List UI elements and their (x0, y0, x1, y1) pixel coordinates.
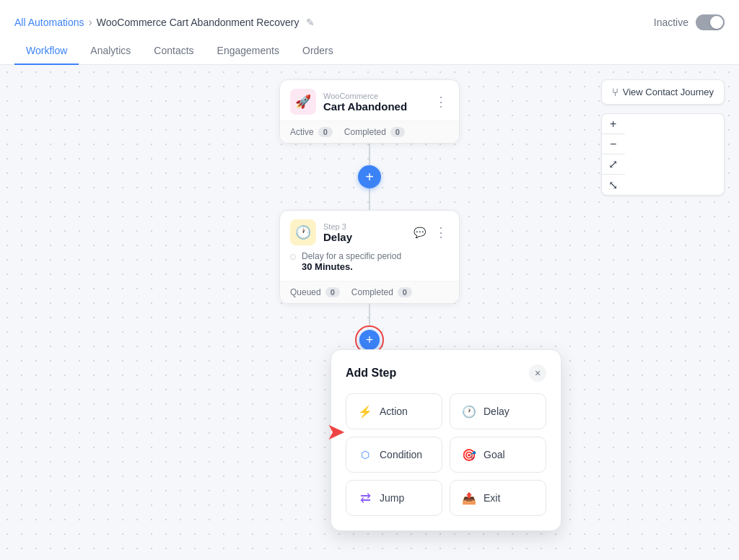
delay-footer: Queued 0 Completed 0 (280, 281, 459, 303)
tab-contacts[interactable]: Contacts (142, 38, 205, 65)
modal-header: Add Step × (346, 364, 546, 382)
connector-1 (369, 144, 370, 165)
connector-2 (369, 188, 370, 210)
delay-step-label: Step 3 (323, 222, 406, 231)
tab-engagements[interactable]: Engagements (206, 38, 291, 65)
condition-icon: ⬡ (357, 446, 374, 463)
view-contact-journey-button[interactable]: ⑂ View Contact Journey (601, 79, 725, 105)
zoom-controls: + − ⤢ ⤡ (601, 113, 725, 196)
delay-option-icon: 🕐 (460, 403, 478, 420)
add-step-button-1[interactable]: + (358, 165, 381, 188)
delay-completed-item: Completed 0 (351, 287, 412, 297)
fit-view-button[interactable]: ⤢ (602, 154, 625, 175)
delay-title-area: Step 3 Delay (323, 222, 406, 243)
modal-grid: ⚡ Action 🕐 Delay ⬡ Condition 🎯 Goal (346, 393, 546, 516)
status-label: Inactive (654, 17, 688, 28)
delay-completed-label: Completed (351, 287, 393, 297)
status-toggle[interactable] (696, 14, 725, 30)
delay-completed-badge: 0 (398, 287, 412, 297)
step-option-jump[interactable]: ⇄ Jump (346, 480, 442, 516)
condition-label: Condition (380, 449, 422, 460)
zoom-out-button[interactable]: − (602, 134, 625, 154)
trigger-node-header: 🚀 WooCommerce Cart Abandoned ⋮ (280, 80, 459, 121)
tab-analytics[interactable]: Analytics (79, 38, 142, 65)
trigger-title: Cart Abandoned (323, 100, 426, 113)
all-automations-link[interactable]: All Automations (14, 17, 84, 28)
topbar: All Automations › WooCommerce Cart Aband… (0, 0, 739, 65)
trigger-active-badge: 0 (318, 127, 333, 137)
delay-detail-value: 30 Minutes. (302, 261, 401, 272)
add-step-inner-button[interactable]: + (359, 330, 380, 350)
connector-3 (369, 304, 370, 325)
app-container: All Automations › WooCommerce Cart Aband… (0, 0, 739, 553)
trigger-source: WooCommerce (323, 92, 426, 100)
delay-option-label: Delay (484, 406, 510, 417)
goal-label: Goal (484, 449, 505, 460)
delay-queued-item: Queued 0 (290, 287, 340, 297)
step-option-goal[interactable]: 🎯 Goal (450, 437, 546, 473)
exit-label: Exit (484, 492, 500, 504)
breadcrumb-separator: › (89, 16, 92, 29)
jump-label: Jump (380, 492, 404, 504)
delay-menu-button[interactable]: ⋮ (433, 223, 449, 242)
woo-icon: 🚀 (290, 89, 316, 115)
trigger-active-label: Active (290, 127, 314, 137)
action-label: Action (380, 406, 408, 417)
workflow-area: 🚀 WooCommerce Cart Abandoned ⋮ Active 0 … (189, 79, 550, 354)
step-option-action[interactable]: ⚡ Action (346, 393, 442, 429)
delay-node-header: 🕐 Step 3 Delay 💬 ⋮ (280, 211, 459, 251)
edit-title-icon[interactable]: ✎ (306, 17, 315, 28)
topbar-right: Inactive (654, 14, 725, 30)
current-page-title: WooCommerce Cart Abandonment Recovery (97, 17, 299, 28)
breadcrumb: All Automations › WooCommerce Cart Aband… (14, 16, 315, 29)
trigger-active-item: Active 0 (290, 127, 333, 137)
delay-detail-area: Delay for a specific period 30 Minutes. (302, 251, 401, 272)
tab-orders[interactable]: Orders (291, 38, 345, 65)
delay-icon: 🕐 (290, 219, 316, 245)
tab-workflow[interactable]: Workflow (14, 38, 79, 65)
canvas-controls: ⑂ View Contact Journey + − ⤢ ⤡ (601, 79, 725, 196)
delay-queued-label: Queued (290, 287, 321, 297)
delay-body: Delay for a specific period 30 Minutes. (280, 251, 459, 281)
workflow-canvas: ⑂ View Contact Journey + − ⤢ ⤡ 🚀 WooComm… (0, 65, 739, 553)
delay-detail-label: Delay for a specific period (302, 251, 401, 261)
modal-title: Add Step (346, 367, 396, 380)
trigger-node[interactable]: 🚀 WooCommerce Cart Abandoned ⋮ Active 0 … (279, 79, 460, 144)
trigger-completed-badge: 0 (390, 127, 405, 137)
trigger-footer: Active 0 Completed 0 (280, 121, 459, 143)
goal-icon: 🎯 (460, 446, 478, 463)
journey-icon: ⑂ (612, 86, 618, 98)
trigger-menu-button[interactable]: ⋮ (433, 92, 449, 111)
delay-chat-icon[interactable]: 💬 (414, 227, 426, 238)
action-icon: ⚡ (357, 403, 374, 420)
step-option-delay[interactable]: 🕐 Delay (450, 393, 546, 429)
delay-node[interactable]: 🕐 Step 3 Delay 💬 ⋮ Delay for a specific … (279, 210, 460, 304)
delay-queued-badge: 0 (325, 287, 340, 297)
trigger-title-area: WooCommerce Cart Abandoned (323, 92, 426, 113)
woo-emoji: 🚀 (295, 94, 311, 110)
exit-icon: 📤 (460, 489, 478, 507)
fullscreen-button[interactable]: ⤡ (602, 175, 625, 195)
delay-emoji: 🕐 (295, 224, 311, 240)
add-step-modal: Add Step × ⚡ Action 🕐 Delay ⬡ Condition (331, 349, 561, 531)
delay-title: Delay (323, 231, 406, 243)
step-option-condition[interactable]: ⬡ Condition (346, 437, 442, 473)
trigger-completed-label: Completed (344, 127, 386, 137)
jump-icon: ⇄ (357, 489, 374, 507)
delay-dot (290, 254, 296, 260)
red-arrow-indicator: ➤ (326, 420, 346, 443)
modal-close-button[interactable]: × (529, 364, 546, 382)
step-option-exit[interactable]: 📤 Exit (450, 480, 546, 516)
view-contact-journey-label: View Contact Journey (623, 87, 714, 97)
nav-tabs: Workflow Analytics Contacts Engagements … (14, 38, 725, 64)
zoom-in-button[interactable]: + (602, 114, 625, 134)
trigger-completed-item: Completed 0 (344, 127, 405, 137)
delay-detail-row: Delay for a specific period 30 Minutes. (290, 251, 449, 272)
breadcrumb-row: All Automations › WooCommerce Cart Aband… (14, 0, 725, 35)
